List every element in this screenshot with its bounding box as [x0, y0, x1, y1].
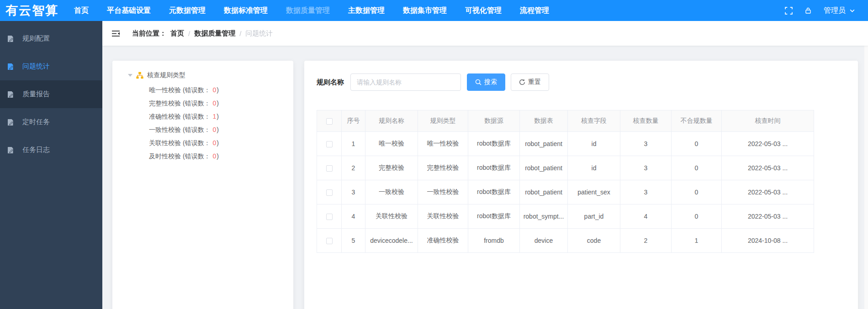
file-edit-icon: [7, 119, 14, 126]
cell-data-table: robot_patient: [520, 156, 568, 180]
user-name: 管理员: [824, 6, 846, 16]
cell-check-field: id: [568, 156, 620, 180]
main-nav: 首页 平台基础设置 元数据管理 数据标准管理 数据质量管理 主数据管理 数据集市…: [65, 0, 558, 21]
user-menu[interactable]: 管理员: [824, 6, 855, 16]
sidebar-item-label: 定时任务: [22, 118, 50, 126]
tree-item-relation[interactable]: 关联性校验 (错误数：0): [149, 136, 285, 150]
rule-name-label: 规则名称: [317, 78, 344, 87]
tree-item-label: 完整性校验 (错误数：: [149, 100, 211, 107]
cell-invalid-count: 0: [672, 204, 722, 229]
row-checkbox[interactable]: [326, 141, 333, 147]
nav-item-visualization[interactable]: 可视化管理: [456, 0, 511, 21]
tree-item-unique[interactable]: 唯一性校验 (错误数：0): [149, 84, 285, 97]
error-count: 0: [213, 86, 217, 94]
file-edit-icon: [7, 147, 14, 154]
tree-item-suffix: ): [217, 113, 219, 120]
cell-index: 4: [342, 204, 365, 229]
app-logo[interactable]: 有云智算: [0, 2, 65, 19]
header-index: 序号: [342, 110, 365, 132]
cell-check-count: 3: [620, 180, 672, 204]
caret-down-icon[interactable]: [128, 74, 132, 77]
lock-icon[interactable]: [804, 7, 812, 14]
row-checkbox[interactable]: [326, 238, 333, 244]
nav-item-data-mart[interactable]: 数据集市管理: [394, 0, 456, 21]
cell-check-count: 3: [620, 156, 672, 180]
cell-index: 1: [342, 132, 365, 156]
rule-type-tree-panel: 核查规则类型 唯一性校验 (错误数：0) 完整性校验 (错误数：0) 准确性校验…: [112, 61, 293, 309]
fullscreen-icon[interactable]: [785, 7, 793, 15]
file-edit-icon: [7, 63, 14, 70]
sidebar-item-scheduled-tasks[interactable]: 定时任务: [0, 108, 102, 136]
sidebar-item-issue-stats[interactable]: 问题统计: [0, 52, 102, 80]
nav-item-master-data[interactable]: 主数据管理: [339, 0, 394, 21]
cell-invalid-count: 0: [672, 180, 722, 204]
cell-check-field: id: [568, 132, 620, 156]
select-all-checkbox[interactable]: [326, 118, 333, 125]
error-count: 0: [213, 152, 217, 160]
tree-root-node[interactable]: 核查规则类型: [121, 70, 285, 81]
breadcrumb-item-data-quality[interactable]: 数据质量管理: [194, 29, 235, 38]
nav-item-data-quality[interactable]: 数据质量管理: [277, 0, 339, 21]
row-checkbox[interactable]: [326, 165, 333, 172]
cell-rule-name: 完整校验: [365, 156, 418, 180]
menu-fold-icon[interactable]: [111, 30, 120, 37]
table-row[interactable]: 2 完整校验 完整性校验 robot数据库 robot_patient id 3…: [317, 156, 814, 180]
file-edit-icon: [7, 91, 14, 98]
tree-item-label: 关联性校验 (错误数：: [149, 139, 211, 147]
table-row[interactable]: 3 一致校验 一致性校验 robot数据库 robot_patient pati…: [317, 180, 814, 204]
select-all-cell: [317, 110, 342, 132]
sidebar-item-rule-config[interactable]: 规则配置: [0, 25, 102, 52]
tree-item-label: 准确性校验 (错误数：: [149, 113, 211, 120]
sidebar-item-label: 质量报告: [22, 90, 50, 99]
table-row[interactable]: 4 关联性校验 关联性校验 robot数据库 robot_sympt... pa…: [317, 204, 814, 229]
nav-item-process[interactable]: 流程管理: [511, 0, 558, 21]
header-data-table: 数据表: [520, 110, 568, 132]
search-button[interactable]: 搜索: [467, 73, 505, 91]
rules-panel: 规则名称 搜索 重置: [304, 61, 858, 309]
row-select-cell: [317, 180, 342, 204]
nav-item-home[interactable]: 首页: [65, 0, 98, 21]
table-row[interactable]: 1 唯一校验 唯一性校验 robot数据库 robot_patient id 3…: [317, 132, 814, 156]
page-scrollbar[interactable]: [864, 21, 868, 309]
cell-data-source: robot数据库: [468, 132, 520, 156]
row-checkbox[interactable]: [326, 189, 333, 196]
cell-check-time: 2022-05-03 ...: [722, 156, 814, 180]
sidebar-item-quality-report[interactable]: 质量报告: [0, 80, 102, 108]
tree-item-completeness[interactable]: 完整性校验 (错误数：0): [149, 97, 285, 110]
header-rule-type: 规则类型: [418, 110, 468, 132]
rule-name-input[interactable]: [350, 73, 461, 91]
tree-item-consistency[interactable]: 一致性校验 (错误数：0): [149, 123, 285, 136]
nav-item-metadata[interactable]: 元数据管理: [160, 0, 215, 21]
table-row[interactable]: 5 devicecodele... 准确性校验 fromdb device co…: [317, 229, 814, 253]
cell-rule-type: 准确性校验: [418, 229, 468, 253]
header-invalid-count: 不合规数量: [672, 110, 722, 132]
tree-item-timeliness[interactable]: 及时性校验 (错误数：0): [149, 150, 285, 163]
breadcrumb-prefix: 当前位置：: [132, 29, 166, 38]
main-content: 当前位置： 首页 / 数据质量管理 / 问题统计 核查规则类型 唯一性校验 (错…: [102, 0, 868, 309]
cell-data-table: robot_patient: [520, 132, 568, 156]
sidebar-item-task-logs[interactable]: 任务日志: [0, 136, 102, 164]
error-count: 0: [213, 139, 217, 147]
sitemap-icon: [136, 72, 143, 79]
search-toolbar: 规则名称 搜索 重置: [317, 73, 846, 91]
header-data-source: 数据源: [468, 110, 520, 132]
breadcrumb-separator: /: [188, 30, 190, 37]
cell-rule-type: 唯一性校验: [418, 132, 468, 156]
row-checkbox[interactable]: [326, 214, 333, 220]
nav-item-platform-settings[interactable]: 平台基础设置: [98, 0, 160, 21]
nav-item-data-standard[interactable]: 数据标准管理: [215, 0, 277, 21]
tree-item-suffix: ): [217, 100, 219, 107]
cell-check-count: 4: [620, 204, 672, 229]
sidebar-item-label: 规则配置: [22, 34, 50, 43]
cell-rule-name: 一致校验: [365, 180, 418, 204]
cell-rule-name: 唯一校验: [365, 132, 418, 156]
reset-button[interactable]: 重置: [511, 73, 549, 91]
cell-check-field: patient_sex: [568, 180, 620, 204]
cell-data-source: robot数据库: [468, 156, 520, 180]
tree-root-label: 核查规则类型: [147, 71, 185, 79]
tree-item-accuracy[interactable]: 准确性校验 (错误数：1): [149, 110, 285, 123]
breadcrumb-item-home[interactable]: 首页: [170, 29, 184, 38]
cell-check-field: code: [568, 229, 620, 253]
tree-item-list: 唯一性校验 (错误数：0) 完整性校验 (错误数：0) 准确性校验 (错误数：1…: [121, 84, 285, 163]
cell-data-table: robot_sympt...: [520, 204, 568, 229]
